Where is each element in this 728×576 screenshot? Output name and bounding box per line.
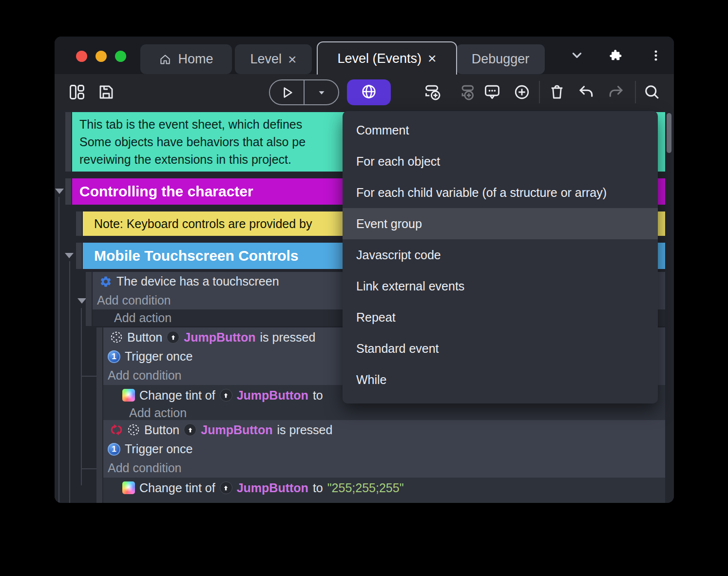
menu-item-event-group[interactable]: Event group (343, 208, 658, 239)
add-action-link[interactable]: Add action (129, 406, 187, 420)
tint-color-icon (122, 389, 135, 402)
screen: Home Level × Level (Events) × Debugger (0, 0, 728, 576)
event-grip[interactable] (96, 327, 102, 420)
block-grip[interactable] (76, 211, 82, 236)
action-parameter-value: "255;255;255" (327, 481, 404, 495)
globe-icon (360, 83, 378, 102)
redo-icon[interactable] (606, 82, 626, 102)
play-button[interactable] (270, 80, 305, 104)
condition-text: Trigger once (125, 349, 192, 364)
menu-item-while[interactable]: While (343, 364, 658, 395)
menu-item-for-each-object[interactable]: For each object (343, 146, 658, 177)
condition-text: The device has a touchscreen (116, 274, 279, 288)
event-block-button-2[interactable]: Button JumpButton is pressed 1 Trigger o… (103, 420, 665, 478)
block-grip[interactable] (65, 112, 71, 172)
add-comment-icon[interactable] (482, 82, 502, 102)
addons-puzzle-icon[interactable] (609, 49, 622, 62)
add-event-globe-button[interactable] (347, 79, 391, 105)
object-name: JumpButton (201, 423, 272, 437)
indent-guide (58, 197, 59, 503)
tint-color-icon (122, 481, 135, 494)
minimize-window-button[interactable] (96, 51, 107, 62)
collapse-arrow-group[interactable] (55, 189, 64, 194)
condition-suffix: is pressed (277, 423, 332, 437)
tab-home[interactable]: Home (140, 44, 232, 74)
tab-level-events-label: Level (Events) (337, 51, 421, 66)
object-thumbnail-icon (167, 331, 179, 344)
play-options-dropdown[interactable] (305, 80, 338, 104)
add-action-link[interactable]: Add action (114, 311, 172, 325)
collapse-arrow-subgroup[interactable] (65, 253, 74, 258)
add-condition-link[interactable]: Add condition (108, 368, 182, 383)
plugin-name: Button (127, 330, 162, 345)
menu-item-link-external-events[interactable]: Link external events (343, 270, 658, 302)
indent-guide (69, 261, 70, 503)
swap-arrows-icon (110, 423, 123, 436)
object-thumbnail-icon (220, 389, 232, 402)
action-area: Add action (103, 498, 665, 503)
layout-panels-icon[interactable] (67, 82, 87, 102)
object-thumbnail-icon (220, 481, 232, 494)
vertical-scrollbar-thumb[interactable] (667, 113, 671, 153)
add-condition-link[interactable]: Add condition (97, 293, 171, 307)
condition-text: Trigger once (125, 442, 192, 456)
trigger-once-icon: 1 (108, 443, 120, 456)
delete-icon[interactable] (547, 82, 567, 102)
add-sub-event-icon[interactable] (457, 82, 477, 102)
action-text: to (313, 481, 323, 495)
action-text: Change tint of (139, 481, 215, 495)
group-title: Mobile Touchscreen Controls (94, 248, 299, 264)
menu-item-javascript-code[interactable]: Javascript code (343, 239, 658, 270)
menu-item-standard-event[interactable]: Standard event (343, 333, 658, 364)
object-name: JumpButton (237, 481, 308, 495)
action-text: to (313, 388, 323, 403)
home-icon (159, 53, 172, 66)
object-name: JumpButton (237, 388, 308, 403)
add-event-context-menu: Comment For each object For each child v… (343, 111, 658, 403)
block-grip[interactable] (65, 178, 71, 205)
tab-level-label: Level (250, 52, 282, 67)
search-icon[interactable] (642, 82, 662, 102)
menu-item-comment[interactable]: Comment (343, 115, 658, 146)
tab-level-events[interactable]: Level (Events) × (317, 41, 457, 75)
object-name: JumpButton (184, 330, 255, 345)
add-condition-link[interactable]: Add condition (108, 461, 182, 475)
close-tab-icon[interactable]: × (428, 51, 437, 66)
toolbar-divider (635, 81, 636, 103)
save-icon[interactable] (96, 82, 116, 102)
tab-level[interactable]: Level × (235, 44, 312, 74)
undo-icon[interactable] (576, 82, 596, 102)
action-area: Add action (103, 405, 665, 420)
event-grip[interactable] (96, 420, 102, 503)
close-tab-icon[interactable]: × (288, 52, 297, 67)
app-window: Home Level × Level (Events) × Debugger (55, 37, 674, 503)
note-text: Note: Keyboard controls are provided by (94, 217, 312, 231)
plugin-name: Button (144, 423, 179, 437)
add-action-link[interactable]: Add action (129, 501, 187, 503)
zoom-window-button[interactable] (115, 51, 126, 62)
chevron-down-icon[interactable] (571, 49, 583, 62)
system-gear-icon (99, 275, 112, 288)
action-row-tint-2[interactable]: Change tint of JumpButton to "255;255;25… (103, 478, 665, 498)
gamepad-button-icon (127, 423, 140, 436)
tab-debugger[interactable]: Debugger (456, 44, 545, 74)
event-grip[interactable] (86, 272, 92, 326)
menu-item-for-each-child-variable[interactable]: For each child variable (of a structure … (343, 177, 658, 208)
collapse-arrow-event[interactable] (77, 298, 86, 304)
indent-guide (81, 308, 82, 485)
action-text: Change tint of (139, 388, 215, 403)
gamepad-button-icon (110, 331, 123, 344)
add-event-icon[interactable] (423, 82, 442, 102)
condition-suffix: is pressed (260, 330, 315, 345)
menu-item-repeat[interactable]: Repeat (343, 302, 658, 333)
toolbar (55, 74, 674, 110)
preview-split-button (269, 79, 339, 105)
tab-debugger-label: Debugger (472, 52, 530, 67)
tab-home-label: Home (178, 52, 213, 67)
trigger-once-icon: 1 (108, 350, 120, 363)
toolbar-divider (539, 81, 540, 103)
add-plus-icon[interactable] (512, 82, 532, 102)
kebab-menu-icon[interactable] (650, 49, 662, 62)
close-window-button[interactable] (76, 51, 87, 62)
block-grip[interactable] (76, 243, 82, 269)
